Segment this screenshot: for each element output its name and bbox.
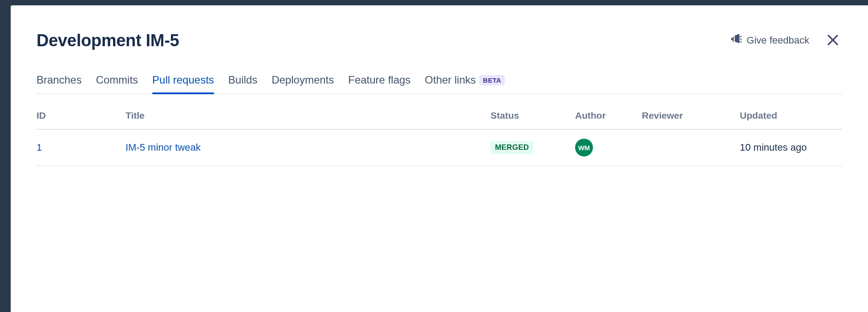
- modal-backdrop: Development IM-5 Give feedback Branches: [0, 0, 868, 312]
- give-feedback-label: Give feedback: [746, 35, 809, 46]
- tab-feature-flags[interactable]: Feature flags: [348, 74, 410, 93]
- beta-badge: BETA: [479, 75, 505, 85]
- pr-title-link[interactable]: IM-5 minor tweak: [126, 142, 491, 153]
- header-actions: Give feedback: [728, 30, 842, 51]
- pr-updated-cell: 10 minutes ago: [740, 142, 842, 153]
- tabs: Branches Commits Pull requests Builds De…: [37, 74, 842, 94]
- table-header: ID Title Status Author Reviewer Updated: [37, 110, 842, 130]
- col-title: Title: [126, 110, 491, 121]
- modal-title: Development IM-5: [37, 31, 179, 50]
- pr-status-cell: MERGED: [491, 141, 575, 154]
- tab-branches[interactable]: Branches: [37, 74, 81, 93]
- tab-label: Feature flags: [348, 74, 410, 86]
- tab-pull-requests[interactable]: Pull requests: [152, 74, 214, 93]
- development-modal: Development IM-5 Give feedback Branches: [11, 5, 868, 312]
- table-row: 1 IM-5 minor tweak MERGED WM 10 minutes …: [37, 130, 842, 166]
- pull-requests-table: ID Title Status Author Reviewer Updated …: [37, 110, 842, 166]
- pr-author-cell: WM: [575, 139, 642, 156]
- author-avatar[interactable]: WM: [575, 139, 593, 156]
- close-button[interactable]: [823, 31, 842, 51]
- tab-deployments[interactable]: Deployments: [272, 74, 334, 93]
- tab-commits[interactable]: Commits: [96, 74, 138, 93]
- col-reviewer: Reviewer: [642, 110, 740, 121]
- tab-builds[interactable]: Builds: [228, 74, 257, 93]
- col-author: Author: [575, 110, 642, 121]
- col-id: ID: [37, 110, 126, 121]
- col-updated: Updated: [740, 110, 842, 121]
- tab-label: Builds: [228, 74, 257, 86]
- tab-label: Pull requests: [152, 74, 214, 86]
- pr-id-link[interactable]: 1: [37, 142, 126, 153]
- tab-other-links[interactable]: Other links BETA: [425, 74, 505, 93]
- tab-label: Branches: [37, 74, 81, 86]
- tab-label: Deployments: [272, 74, 334, 86]
- tab-label: Commits: [96, 74, 138, 86]
- give-feedback-button[interactable]: Give feedback: [728, 30, 811, 51]
- col-status: Status: [491, 110, 575, 121]
- megaphone-icon: [730, 33, 742, 48]
- modal-header: Development IM-5 Give feedback: [37, 30, 842, 51]
- close-icon: [826, 33, 840, 48]
- status-badge: MERGED: [491, 141, 533, 154]
- tab-label: Other links: [425, 74, 476, 86]
